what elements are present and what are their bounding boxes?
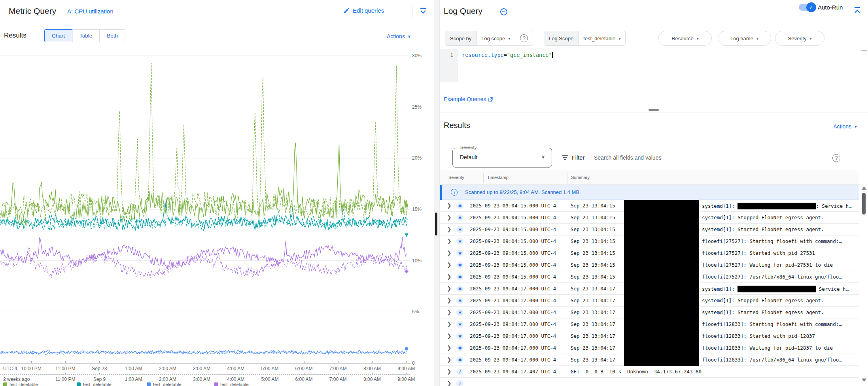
editor-code-line[interactable]: resource.type="gce_instance" [462, 52, 553, 58]
log-table-row[interactable]: ❯i2025-09-23 09:04:17.407 UTC-4GET 0 0 B… [440, 366, 859, 378]
edit-queries-button[interactable]: Edit queries [343, 7, 384, 14]
expand-chevron-icon[interactable]: ❯ [447, 238, 452, 244]
log-scope-dropdown[interactable]: test_deletable ▾ [579, 31, 625, 45]
collapse-metric-header-icon[interactable] [418, 7, 429, 17]
severity-default-icon: ✱ [456, 356, 463, 363]
compare-axis-tick-label: 5:00 AM [261, 377, 278, 382]
chart-view-toggle-group: ChartTableBoth [44, 29, 125, 42]
legend-item[interactable]: test_deletable [214, 382, 249, 386]
expand-chevron-icon[interactable]: ❯ [447, 262, 452, 268]
metric-actions-button[interactable]: Actions ▼ [387, 33, 411, 40]
cpu-utilization-chart[interactable]: 30%25%20%15%10%5%0UTC-410:00 PM11:00 PMS… [0, 50, 434, 386]
scroll-area-divider [859, 145, 859, 386]
splitter-drag-handle[interactable] [649, 109, 659, 111]
x-axis-tick [338, 361, 339, 363]
scope-by-dropdown[interactable]: Log scope ▾ [477, 31, 515, 45]
scrollbar-thumb[interactable] [862, 193, 866, 215]
compare-axis-lead-label: 2 weeks ago [3, 377, 30, 382]
severity-default-icon: ✱ [456, 238, 463, 245]
metric-panel-scrollbar-thumb[interactable] [435, 213, 437, 235]
log-summary-prefix: Sep 23 13:04:17 [571, 357, 615, 363]
severity-select[interactable]: Severity Default ▼ [452, 148, 552, 168]
log-table-header: Severity Timestamp Summary [440, 170, 859, 185]
expand-chevron-icon[interactable]: ❯ [447, 250, 452, 256]
pill-log-name[interactable]: Log name▾ [718, 31, 771, 46]
legend-item[interactable]: test_deletable [77, 382, 112, 386]
scope-by-group: Scope by Log scope ▾ ? [445, 31, 533, 46]
scope-help-button[interactable]: ? [515, 31, 533, 45]
auto-run-label: Auto-Run [818, 4, 843, 11]
scope-toolbar: Scope by Log scope ▾ ? Log Scope test_de… [440, 31, 868, 47]
link-icon[interactable] [500, 8, 508, 16]
expand-chevron-icon[interactable]: ❯ [447, 226, 452, 232]
column-header-summary[interactable]: Summary [571, 175, 590, 180]
y-axis-tick-label: 10% [412, 258, 422, 264]
log-summary-prefix: Sep 23 13:04:17 [571, 286, 615, 292]
chart-plot-area[interactable] [0, 52, 410, 365]
view-tab-chart[interactable]: Chart [44, 29, 72, 42]
compare-axis-tick [406, 373, 407, 375]
compare-axis-tick [99, 373, 100, 375]
pill-label: Severity [788, 36, 807, 41]
legend-swatch-icon [147, 382, 151, 386]
log-actions-button[interactable]: Actions ▼ [833, 123, 858, 130]
log-summary-prefix: Sep 23 13:04:17 [571, 345, 615, 351]
chevron-down-icon: ▾ [809, 36, 811, 41]
log-summary-message: flooefi[12833]: Starting flooefi with co… [702, 321, 858, 327]
log-scope-value: test_deletable [583, 36, 615, 41]
expand-chevron-icon[interactable]: ❯ [447, 297, 452, 303]
expand-chevron-icon[interactable]: ❯ [447, 273, 452, 280]
x-axis-tick [304, 361, 304, 363]
compare-axis-tick-label: 2:00 AM [159, 377, 176, 382]
pill-severity[interactable]: Severity▾ [775, 31, 825, 46]
chevron-down-icon: ▾ [508, 36, 510, 41]
expand-chevron-icon[interactable]: ❯ [447, 345, 452, 351]
expand-chevron-icon[interactable]: ❯ [447, 202, 452, 209]
example-queries-link[interactable]: Example Queries [444, 96, 493, 102]
scroll-up-arrow-icon[interactable] [862, 186, 866, 190]
editor-scrollbar-thumb[interactable] [861, 50, 867, 51]
legend-item[interactable]: test_deletable [3, 382, 38, 386]
expand-chevron-icon[interactable]: ❯ [447, 333, 452, 339]
compare-axis-tick-label: 6:00 AM [295, 377, 313, 382]
log-rows-viewport: ❯✱2025-09-23 09:04:15.000 UTC-4Sep 23 13… [440, 200, 859, 386]
metric-results-label: Results [4, 32, 26, 40]
expand-chevron-icon[interactable]: ❯ [447, 380, 452, 386]
expand-chevron-icon[interactable]: ❯ [447, 285, 452, 292]
legend-item[interactable]: test_deletable [147, 382, 182, 386]
log-summary-message: systemd[1]: Started FlooNet egress agent… [702, 226, 858, 232]
log-summary-prefix: Sep 23 13:04:17 [571, 309, 615, 315]
y-axis-tick-label: 5% [412, 309, 419, 314]
compare-axis-tick-label: Sep 9 [93, 377, 106, 382]
scroll-down-arrow-icon[interactable] [862, 378, 866, 382]
expand-chevron-icon[interactable]: ❯ [447, 368, 452, 375]
view-tab-both[interactable]: Both [100, 29, 125, 42]
column-header-timestamp[interactable]: Timestamp [487, 175, 509, 180]
x-axis-tick [134, 361, 134, 363]
metric-query-chip[interactable]: A: CPU utilization [67, 8, 113, 15]
x-axis-tick-label: 7:00 AM [329, 366, 347, 371]
legend-swatch-icon [214, 382, 218, 386]
view-tab-table[interactable]: Table [72, 29, 100, 42]
log-table-scrollbar[interactable] [860, 170, 868, 386]
severity-default-icon: ✱ [456, 262, 463, 269]
log-filter-input[interactable] [593, 153, 815, 163]
column-header-severity[interactable]: Severity [448, 175, 464, 180]
log-query-editor[interactable]: 1 resource.type="gce_instance" [440, 49, 868, 82]
severity-default-icon: ✱ [456, 345, 463, 352]
log-table-row[interactable]: ❯i [440, 378, 859, 386]
auto-run-toggle[interactable]: ✓ [799, 4, 815, 11]
compare-axis-tick [168, 373, 168, 375]
results-help-button[interactable]: ? [832, 154, 840, 162]
external-link-icon [488, 97, 493, 102]
collapse-log-panel-icon[interactable] [853, 6, 863, 16]
expand-chevron-icon[interactable]: ❯ [447, 214, 452, 220]
expand-chevron-icon[interactable]: ❯ [447, 356, 452, 363]
log-summary-message: systemd[1]: Stopped FlooNet egress agent… [702, 215, 858, 220]
log-timestamp: 2025-09-23 09:04:15.000 UTC-4 [470, 238, 556, 244]
pill-resource[interactable]: Resource▾ [658, 31, 712, 46]
x-axis-tick-label: 10:00 PM [21, 366, 41, 371]
log-timestamp: 2025-09-23 09:04:15.000 UTC-4 [470, 262, 556, 268]
expand-chevron-icon[interactable]: ❯ [447, 309, 452, 315]
expand-chevron-icon[interactable]: ❯ [447, 321, 452, 327]
